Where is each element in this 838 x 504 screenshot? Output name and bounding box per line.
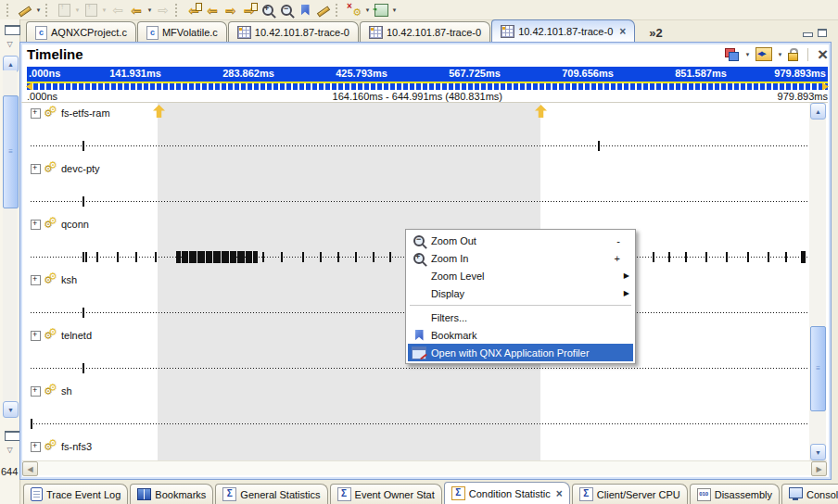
scrollbar-thumb[interactable]: [810, 326, 826, 411]
dropdown-arrow-icon[interactable]: ▼: [776, 52, 784, 57]
zoom-out-icon[interactable]: [277, 2, 296, 19]
menu-shortcut: -: [616, 235, 631, 246]
scroll-right-button[interactable]: ▶: [811, 461, 827, 476]
dropdown-arrow-icon[interactable]: ▼: [73, 7, 82, 13]
scroll-left-button[interactable]: ◀: [22, 461, 38, 476]
menu-item[interactable]: Zoom In+: [408, 249, 633, 267]
editor-tab[interactable]: MFVolatile.c: [137, 21, 227, 43]
menu-item[interactable]: Zoom Out-: [408, 232, 633, 249]
view-tab[interactable]: Disassembly: [690, 484, 780, 504]
menu-item[interactable]: Bookmark: [408, 326, 633, 344]
track-row-label[interactable]: telnetd: [31, 329, 92, 342]
track-row-label[interactable]: fs-nfs3: [31, 440, 92, 453]
open-trace-icon[interactable]: [372, 2, 390, 19]
vertical-scrollbar[interactable]: ▲ ▼: [809, 103, 826, 460]
editor-tab[interactable]: 10.42.101.87-trace-0×: [491, 19, 635, 43]
event-tick: [685, 252, 687, 262]
menu-item-label: Zoom Level: [428, 271, 624, 282]
view-tab[interactable]: ΣCondition Statistic×: [444, 482, 570, 504]
event-tick: [705, 252, 707, 262]
close-icon[interactable]: ×: [619, 27, 626, 36]
dropdown-arrow-icon[interactable]: ▼: [146, 7, 154, 13]
view-tab[interactable]: Trace Event Log: [23, 484, 128, 504]
back-icon[interactable]: ⇦: [127, 2, 146, 19]
qnx-momentics-window: ▼▼▼⇦⇦▼⇨⇦⇦⇨⇨▼▼ ▽ ▲ ▼ ▽ 644 AQNXCProject.c…: [0, 0, 838, 504]
editor-tab[interactable]: 10.42.101.87-trace-0: [228, 21, 359, 43]
minimize-icon[interactable]: [803, 29, 812, 37]
view-tab-label: Client/Server CPU: [597, 489, 680, 500]
view-menu-icon[interactable]: ▽: [3, 40, 17, 48]
prev-event-icon[interactable]: ⇦: [203, 2, 222, 19]
view-tab[interactable]: ΣGeneral Statistics: [215, 484, 327, 504]
expand-icon[interactable]: [31, 331, 41, 341]
event-tick: [83, 252, 84, 262]
event-tick: [373, 252, 375, 262]
horizontal-scrollbar[interactable]: ◀ ▶: [22, 460, 827, 475]
display-settings-icon[interactable]: [725, 48, 740, 61]
view-tab[interactable]: ΣEvent Owner Stat: [330, 484, 442, 504]
expand-icon[interactable]: [31, 164, 41, 174]
zoom-in-icon[interactable]: [259, 2, 277, 19]
view-tab[interactable]: Console: [781, 484, 838, 504]
event-tick: [320, 252, 322, 262]
process-gears-icon: [44, 440, 58, 453]
last-edit-location-icon: [82, 2, 100, 19]
timeline-scale-bar[interactable]: .000ns141.931ms283.862ms425.793ms567.725…: [27, 67, 828, 82]
expand-icon[interactable]: [31, 108, 41, 119]
process-name: telnetd: [61, 330, 92, 341]
process-gears-icon: [44, 107, 58, 120]
selection-range-strip[interactable]: [27, 83, 828, 90]
event-cluster-block: [197, 251, 205, 263]
close-icon[interactable]: ×: [818, 48, 828, 61]
restore-view-icon[interactable]: [5, 431, 20, 441]
view-tab[interactable]: ΣClient/Server CPU: [572, 484, 688, 504]
select-event-icon[interactable]: [314, 2, 333, 19]
view-tab[interactable]: Bookmarks: [130, 484, 213, 504]
view-menu-icon[interactable]: ▽: [3, 446, 17, 454]
dropdown-arrow-icon[interactable]: ▼: [390, 7, 399, 13]
expand-icon[interactable]: [31, 220, 41, 230]
dropdown-arrow-icon[interactable]: ▼: [100, 7, 108, 13]
expand-icon[interactable]: [31, 386, 41, 397]
lock-icon[interactable]: [788, 48, 800, 61]
next-event-icon[interactable]: ⇨: [222, 2, 240, 19]
menu-item[interactable]: Display▶: [408, 284, 633, 302]
expand-icon[interactable]: [31, 275, 41, 285]
navigate-pane-icon[interactable]: [755, 47, 772, 61]
track-row-label[interactable]: sh: [31, 384, 72, 397]
menu-item[interactable]: Filters...: [408, 309, 633, 326]
dropdown-arrow-icon[interactable]: ▼: [363, 7, 372, 13]
editor-tab-label: 10.42.101.87-trace-0: [518, 26, 613, 37]
menu-item[interactable]: Open with QNX Application Profiler: [408, 344, 633, 361]
editor-tab[interactable]: AQNXCProject.c: [26, 21, 136, 43]
bottom-view-tab-strip: Trace Event LogBookmarksΣGeneral Statist…: [19, 479, 838, 504]
close-icon[interactable]: ×: [556, 489, 563, 498]
c-file-icon: [146, 26, 159, 40]
rail-scrollbar-thumb[interactable]: [3, 95, 19, 208]
expand-icon[interactable]: [31, 442, 41, 452]
first-event-icon[interactable]: ⇦: [184, 2, 203, 19]
scroll-up-button[interactable]: ▲: [810, 103, 826, 120]
scroll-down-button[interactable]: ▼: [810, 444, 826, 460]
page-title: Timeline: [27, 46, 83, 62]
paintbrush-icon[interactable]: [16, 2, 34, 19]
open-trace-icon: [375, 4, 388, 17]
menu-item[interactable]: Zoom Level▶: [408, 267, 633, 284]
tab-overflow-chevron[interactable]: »2: [649, 26, 662, 40]
profiler-config-icon[interactable]: [345, 2, 363, 19]
track-row-label[interactable]: devc-pty: [31, 162, 100, 175]
track-row-label[interactable]: qconn: [31, 218, 89, 231]
maximize-icon[interactable]: [818, 29, 827, 37]
view-tab-label: Bookmarks: [155, 489, 206, 500]
last-event-icon[interactable]: ⇨: [240, 2, 259, 19]
dropdown-arrow-icon[interactable]: ▼: [34, 7, 43, 13]
range-end: 979.893ms: [778, 91, 828, 102]
track-row-label[interactable]: ksh: [31, 273, 77, 286]
dropdown-arrow-icon[interactable]: ▼: [743, 52, 752, 57]
restore-view-icon[interactable]: [5, 25, 20, 35]
track-row-label[interactable]: fs-etfs-ram: [31, 107, 110, 120]
scale-tick-label: 141.931ms: [109, 68, 161, 79]
editor-tab[interactable]: 10.42.101.87-trace-0: [360, 21, 490, 43]
rail-scroll-down-button[interactable]: ▼: [3, 401, 19, 418]
bookmark-icon[interactable]: [296, 2, 314, 19]
